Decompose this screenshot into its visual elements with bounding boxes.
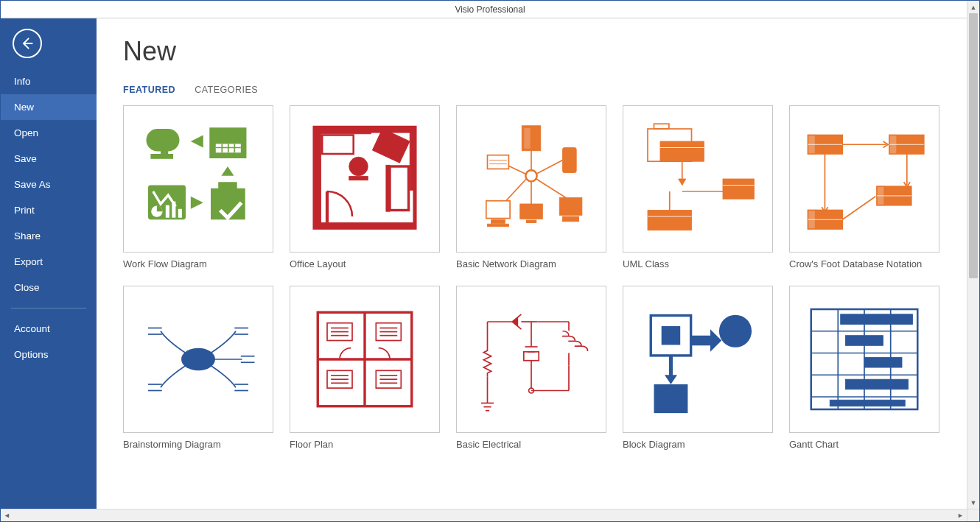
sidebar-item-save[interactable]: Save <box>1 146 97 172</box>
sidebar-item-info[interactable]: Info <box>1 68 97 94</box>
sidebar-item-label: Save <box>14 153 37 164</box>
sidebar-item-label: New <box>14 102 34 113</box>
crowsfoot-icon <box>789 105 939 253</box>
uml-icon <box>623 105 773 253</box>
template-card-block[interactable]: Block Diagram <box>623 286 773 450</box>
app-window: Visio Professional Info New Open Save Sa… <box>0 0 980 522</box>
template-card-uml[interactable]: UML Class <box>623 105 773 269</box>
sidebar-item-options[interactable]: Options <box>1 342 97 367</box>
svg-rect-38 <box>524 127 531 149</box>
svg-rect-52 <box>660 141 704 161</box>
sidebar-item-new[interactable]: New <box>1 94 97 120</box>
svg-rect-131 <box>662 328 679 344</box>
sidebar-item-label: Options <box>14 349 49 360</box>
scroll-thumb[interactable] <box>969 13 978 278</box>
tab-categories[interactable]: CATEGORIES <box>195 85 258 95</box>
back-arrow-icon <box>20 36 35 51</box>
sidebar-item-label: Info <box>14 76 31 87</box>
svg-marker-134 <box>665 375 677 384</box>
template-card-electrical[interactable]: Basic Electrical <box>456 286 606 450</box>
main-panel: New FEATURED CATEGORIES Work <box>97 18 979 521</box>
svg-rect-145 <box>846 336 883 346</box>
svg-rect-14 <box>178 209 182 218</box>
svg-marker-55 <box>679 179 686 186</box>
svg-rect-16 <box>218 182 237 191</box>
template-card-workflow[interactable]: Work Flow Diagram <box>123 105 273 269</box>
svg-rect-47 <box>486 201 510 219</box>
template-card-crowsfoot[interactable]: Crow's Foot Database Notation <box>789 105 939 269</box>
svg-rect-13 <box>172 202 175 218</box>
svg-rect-51 <box>654 124 669 129</box>
scroll-left-arrow-icon[interactable]: ◄ <box>1 509 13 522</box>
svg-rect-19 <box>315 127 321 228</box>
gantt-icon <box>789 286 939 433</box>
template-label: Work Flow Diagram <box>123 258 273 269</box>
svg-line-77 <box>842 197 875 219</box>
template-card-floorplan[interactable]: Floor Plan <box>290 286 440 450</box>
template-card-office[interactable]: Office Layout <box>290 105 440 269</box>
sidebar-item-export[interactable]: Export <box>1 249 97 275</box>
svg-rect-29 <box>315 223 415 228</box>
template-card-gantt[interactable]: Gantt Chart <box>789 286 939 450</box>
svg-rect-147 <box>846 379 909 389</box>
body: Info New Open Save Save As Print Share E… <box>1 18 979 521</box>
template-label: Basic Electrical <box>456 439 606 450</box>
vertical-scrollbar[interactable]: ▲ ▼ <box>967 1 979 509</box>
svg-rect-20 <box>371 127 416 133</box>
template-label: Crow's Foot Database Notation <box>789 258 939 269</box>
sidebar-item-label: Print <box>14 205 35 216</box>
office-icon <box>290 105 440 253</box>
backstage-sidebar: Info New Open Save Save As Print Share E… <box>1 18 97 521</box>
svg-rect-144 <box>841 314 913 325</box>
svg-rect-49 <box>488 224 509 226</box>
title-bar: Visio Professional <box>1 1 979 18</box>
svg-marker-2 <box>191 135 203 148</box>
page-title: New <box>123 36 953 67</box>
scroll-track[interactable] <box>967 13 979 496</box>
back-button[interactable] <box>13 29 42 58</box>
template-card-brainstorm[interactable]: Brainstorming Diagram <box>123 286 273 450</box>
sidebar-item-label: Export <box>14 256 43 267</box>
svg-rect-60 <box>648 211 692 230</box>
tab-label: FEATURED <box>123 85 175 95</box>
svg-rect-148 <box>830 400 905 406</box>
workflow-icon <box>123 105 273 253</box>
svg-rect-21 <box>410 127 415 190</box>
svg-rect-42 <box>520 204 543 219</box>
svg-point-30 <box>525 170 536 181</box>
sidebar-item-share[interactable]: Share <box>1 223 97 249</box>
sidebar-item-close[interactable]: Close <box>1 275 97 300</box>
svg-rect-48 <box>491 219 505 223</box>
scroll-down-arrow-icon[interactable]: ▼ <box>967 496 980 509</box>
sidebar-item-label: Account <box>14 323 50 334</box>
electrical-icon <box>456 286 606 433</box>
scroll-track[interactable] <box>13 509 954 521</box>
scroll-up-arrow-icon[interactable]: ▲ <box>967 1 980 13</box>
svg-rect-146 <box>864 357 902 367</box>
template-label: Basic Network Diagram <box>456 258 606 269</box>
svg-line-33 <box>536 179 566 198</box>
svg-rect-41 <box>563 216 579 222</box>
svg-rect-122 <box>524 352 539 361</box>
svg-rect-43 <box>526 220 536 222</box>
horizontal-scrollbar[interactable]: ◄ ► <box>1 509 967 521</box>
svg-line-32 <box>536 161 563 174</box>
svg-rect-18 <box>315 127 371 134</box>
svg-rect-12 <box>166 205 169 218</box>
sidebar-item-account[interactable]: Account <box>1 316 97 342</box>
sidebar-separator <box>11 308 86 308</box>
template-card-network[interactable]: Basic Network Diagram <box>456 105 606 269</box>
brainstorm-icon <box>123 286 273 433</box>
sidebar-item-print[interactable]: Print <box>1 197 97 223</box>
svg-rect-27 <box>386 165 390 211</box>
tab-featured[interactable]: FEATURED <box>123 85 175 95</box>
sidebar-item-save-as[interactable]: Save As <box>1 172 97 197</box>
sidebar-item-label: Close <box>14 282 40 293</box>
svg-rect-26 <box>390 166 409 211</box>
floorplan-icon <box>290 286 440 433</box>
svg-marker-15 <box>191 197 203 209</box>
sidebar-item-open[interactable]: Open <box>1 120 97 146</box>
scroll-right-arrow-icon[interactable]: ► <box>954 509 967 522</box>
svg-rect-135 <box>654 384 688 413</box>
template-label: Brainstorming Diagram <box>123 439 273 450</box>
